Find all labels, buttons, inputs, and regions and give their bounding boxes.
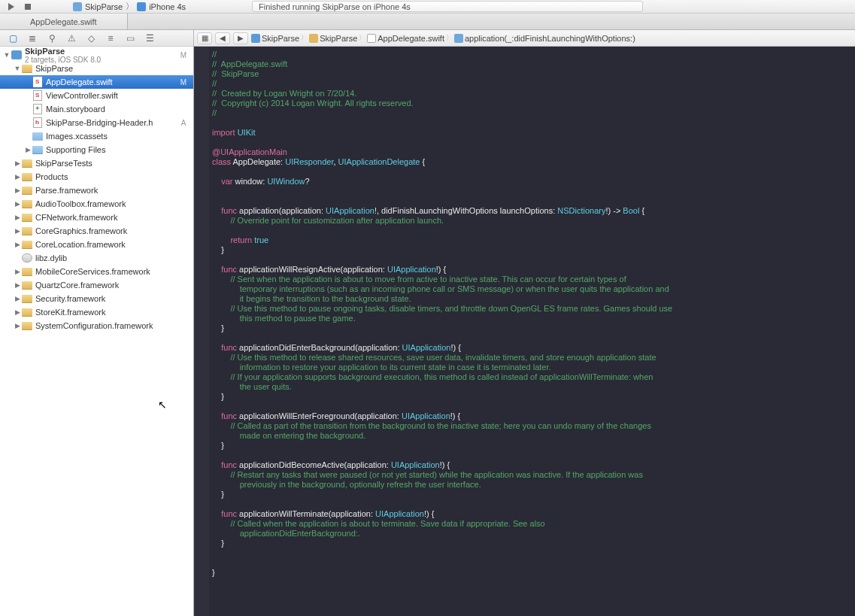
test-navigator-icon[interactable]: ◇ — [86, 33, 96, 44]
tree-item-label: MobileCoreServices.framework — [35, 267, 178, 276]
tree-row[interactable]: ▶CoreGraphics.framework — [0, 224, 193, 238]
tree-row[interactable]: ▶MobileCoreServices.framework — [0, 265, 193, 278]
gutter[interactable] — [194, 47, 209, 616]
folder-y-icon — [21, 63, 33, 74]
tree-item-label: Parse.framework — [35, 186, 178, 195]
xc-icon — [32, 131, 44, 141]
disclosure-triangle-icon[interactable]: ▼ — [3, 51, 11, 59]
navigator-selector: ▢ ≣ ⚲ ⚠ ◇ ≡ ▭ ☰ — [0, 30, 193, 47]
folder-y-icon — [21, 239, 33, 250]
tree-row[interactable]: ▶Security.framework — [0, 292, 193, 305]
tree-row[interactable]: ▶StoreKit.framework — [0, 305, 193, 319]
project-tree[interactable]: ▼ SkipParse 2 targets, iOS SDK 8.0 M ▼Sk… — [0, 47, 193, 616]
disclosure-triangle-icon[interactable]: ▶ — [14, 214, 21, 221]
disclosure-triangle-icon[interactable]: ▶ — [14, 268, 21, 275]
run-button[interactable] — [6, 2, 17, 12]
tree-row[interactable]: ▶QuartzCore.framework — [0, 278, 193, 292]
disclosure-triangle-icon[interactable]: ▶ — [14, 241, 21, 248]
tree-row[interactable]: ▶CoreLocation.framework — [0, 238, 193, 251]
tab-active[interactable]: AppDelegate.swift — [0, 14, 128, 29]
tree-item-label: libz.dylib — [35, 253, 178, 262]
chevron-right-icon: 〉 — [446, 33, 453, 43]
forward-button[interactable]: ▶ — [233, 32, 248, 44]
swift-icon — [32, 90, 44, 101]
tree-row[interactable]: ▶Supporting Files — [0, 143, 193, 156]
disclosure-triangle-icon[interactable]: ▶ — [14, 159, 21, 167]
tree-item-label: Security.framework — [35, 294, 178, 303]
project-icon — [251, 34, 260, 43]
tree-row[interactable]: libz.dylib — [0, 251, 193, 265]
method-icon — [454, 34, 463, 43]
tree-row[interactable]: ▶SkipParseTests — [0, 156, 193, 170]
issue-navigator-icon[interactable]: ⚠ — [66, 33, 77, 44]
jump-path[interactable]: SkipParse 〉 SkipParse 〉 AppDelegate.swif… — [251, 33, 635, 43]
folder-y-icon — [21, 320, 33, 331]
disclosure-triangle-icon[interactable]: ▶ — [14, 200, 21, 208]
project-root-row[interactable]: ▼ SkipParse 2 targets, iOS SDK 8.0 M — [0, 48, 193, 62]
scm-badge: M — [178, 51, 189, 59]
project-icon — [11, 50, 23, 60]
jump-bar: ▦ ◀ ▶ SkipParse 〉 SkipParse 〉 AppDelegat… — [194, 30, 855, 47]
tree-row[interactable]: Images.xcassets — [0, 129, 193, 143]
tab-label: AppDelegate.swift — [30, 17, 97, 26]
tree-row[interactable]: ▶AudioToolbox.framework — [0, 197, 193, 211]
jump-seg-1[interactable]: SkipParse — [320, 34, 357, 43]
chevron-right-icon: 〉 — [359, 33, 365, 43]
stop-icon — [25, 4, 31, 10]
tree-item-label: ViewController.swift — [46, 91, 178, 100]
find-navigator-icon[interactable]: ⚲ — [47, 33, 57, 44]
h-icon — [32, 117, 44, 128]
tree-row[interactable]: ▶Parse.framework — [0, 184, 193, 197]
chevron-right-icon: 〉 — [301, 33, 308, 43]
folder-y-icon — [21, 307, 33, 317]
source-code[interactable]: //// AppDelegate.swift// SkipParse//// C… — [209, 47, 855, 616]
debug-navigator-icon[interactable]: ≡ — [105, 33, 116, 44]
stop-button[interactable] — [23, 2, 33, 12]
tree-item-label: CoreGraphics.framework — [35, 226, 178, 235]
tree-item-label: CFNetwork.framework — [35, 213, 178, 222]
tree-row[interactable]: AppDelegate.swiftM — [0, 75, 193, 89]
disclosure-triangle-icon[interactable]: ▶ — [24, 146, 32, 153]
tree-row[interactable]: ▼SkipParse — [0, 62, 193, 75]
disclosure-triangle-icon[interactable]: ▶ — [14, 281, 21, 289]
disclosure-triangle-icon[interactable]: ▶ — [14, 322, 21, 329]
jump-seg-2[interactable]: AppDelegate.swift — [377, 34, 444, 43]
symbol-navigator-icon[interactable]: ≣ — [27, 33, 38, 44]
disclosure-triangle-icon[interactable]: ▶ — [14, 308, 21, 316]
tree-item-label: SkipParseTests — [35, 159, 178, 168]
tree-row[interactable]: Main.storyboard — [0, 102, 193, 116]
tree-row[interactable]: ▶Products — [0, 170, 193, 184]
folder-y-icon — [21, 212, 33, 223]
tree-row[interactable]: ViewController.swift — [0, 89, 193, 102]
disclosure-triangle-icon[interactable]: ▶ — [14, 295, 21, 302]
tree-item-label: AppDelegate.swift — [46, 77, 178, 86]
app-icon — [73, 2, 82, 11]
disclosure-triangle-icon[interactable]: ▶ — [14, 187, 21, 194]
scheme-selector[interactable]: SkipParse 〉 iPhone 4s — [73, 1, 186, 12]
related-items-button[interactable]: ▦ — [197, 32, 212, 44]
scm-badge: M — [178, 78, 189, 86]
jump-seg-0[interactable]: SkipParse — [262, 34, 299, 43]
report-navigator-icon[interactable]: ☰ — [144, 33, 155, 44]
back-button[interactable]: ◀ — [215, 32, 230, 44]
tree-row[interactable]: ▶SystemConfiguration.framework — [0, 319, 193, 332]
folder-icon — [32, 144, 44, 155]
disclosure-triangle-icon[interactable]: ▶ — [14, 173, 21, 181]
jump-seg-3[interactable]: application(_:didFinishLaunchingWithOpti… — [465, 34, 635, 43]
tree-row[interactable]: SkipParse-Bridging-Header.hA — [0, 116, 193, 129]
dylib-icon — [21, 253, 33, 263]
status-bar: Finished running SkipParse on iPhone 4s — [252, 1, 643, 12]
project-navigator-icon[interactable]: ▢ — [8, 33, 18, 44]
scm-badge: A — [178, 119, 189, 127]
breakpoint-navigator-icon[interactable]: ▭ — [125, 33, 135, 44]
folder-y-icon — [21, 266, 33, 277]
folder-y-icon — [21, 158, 33, 168]
device-icon — [137, 2, 146, 11]
disclosure-triangle-icon[interactable]: ▶ — [14, 227, 21, 235]
tree-row[interactable]: ▶CFNetwork.framework — [0, 211, 193, 224]
folder-icon — [309, 34, 318, 43]
disclosure-triangle-icon[interactable]: ▼ — [14, 65, 21, 72]
folder-y-icon — [21, 199, 33, 209]
code-area[interactable]: //// AppDelegate.swift// SkipParse//// C… — [194, 47, 855, 616]
main-split: ▢ ≣ ⚲ ⚠ ◇ ≡ ▭ ☰ ▼ SkipParse 2 targets, i… — [0, 30, 855, 616]
